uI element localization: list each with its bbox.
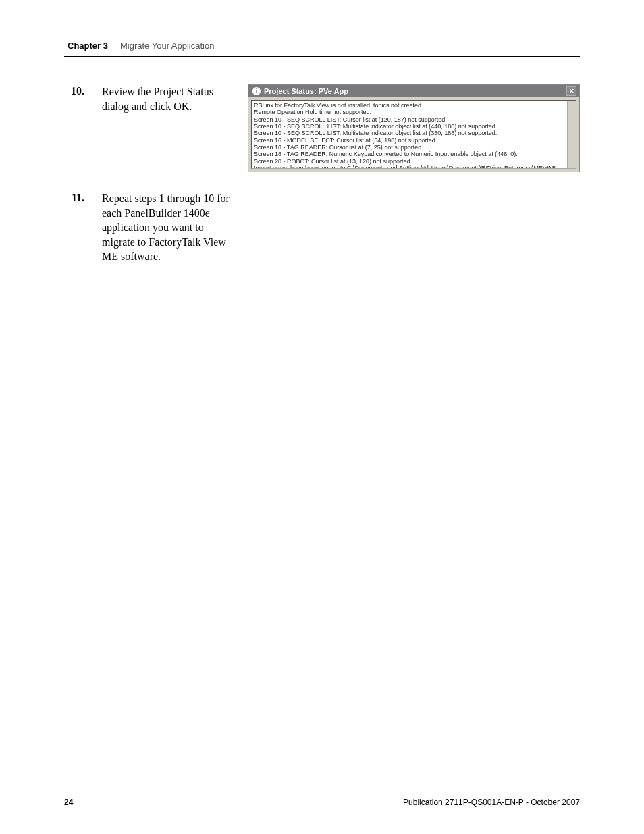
- project-status-dialog: i Project Status: PVe App ✕ RSLinx for F…: [248, 84, 580, 172]
- dialog-body: RSLinx for FactoryTalk View is not insta…: [248, 97, 579, 172]
- log-line: Remote Operation Hold time not supported…: [254, 109, 574, 115]
- step-text: Repeat steps 1 through 10 for each Panel…: [102, 191, 230, 264]
- dialog-title: Project Status: PVe App: [264, 87, 348, 95]
- log-line: Screen 20 - ROBOT: Cursor list at (13, 1…: [254, 158, 574, 165]
- dialog-titlebar: i Project Status: PVe App ✕: [248, 85, 579, 97]
- log-line: Import errors have been logged to C:\Doc…: [254, 165, 574, 169]
- step-number: 11.: [64, 191, 84, 204]
- log-line: Screen 10 - SEQ SCROLL LIST: Cursor list…: [254, 116, 574, 123]
- page-number: 24: [64, 798, 73, 807]
- info-icon: i: [252, 87, 261, 95]
- log-line: Screen 16 - MODEL SELECT: Cursor list at…: [254, 137, 574, 144]
- chapter-title: Migrate Your Application: [120, 41, 214, 51]
- dialog-log[interactable]: RSLinx for FactoryTalk View is not insta…: [251, 100, 576, 169]
- running-header: Chapter 3 Migrate Your Application: [64, 41, 580, 51]
- log-line: RSLinx for FactoryTalk View is not insta…: [254, 102, 574, 109]
- step-row: 10. Review the Project Status dialog and…: [64, 84, 580, 172]
- step-text: Review the Project Status dialog and cli…: [102, 84, 230, 113]
- page-footer: 24 Publication 2711P-QS001A-EN-P - Octob…: [64, 798, 580, 807]
- scroll-up-icon[interactable]: ▴: [568, 101, 576, 109]
- dialog-column: i Project Status: PVe App ✕ RSLinx for F…: [248, 84, 580, 172]
- step-number: 10.: [64, 84, 84, 97]
- log-line: Screen 10 - SEQ SCROLL LIST: Multistate …: [254, 130, 574, 136]
- log-line: Screen 18 - TAG READER: Cursor list at (…: [254, 144, 574, 151]
- header-rule: [64, 56, 580, 57]
- close-icon[interactable]: ✕: [566, 86, 576, 96]
- publication-id: Publication 2711P-QS001A-EN-P - October …: [403, 798, 580, 807]
- log-line: Screen 18 - TAG READER: Numeric Keypad c…: [254, 151, 574, 157]
- chapter-label: Chapter 3: [68, 41, 108, 51]
- log-line: Screen 10 - SEQ SCROLL LIST: Multistate …: [254, 123, 574, 130]
- step-row: 11. Repeat steps 1 through 10 for each P…: [64, 191, 580, 264]
